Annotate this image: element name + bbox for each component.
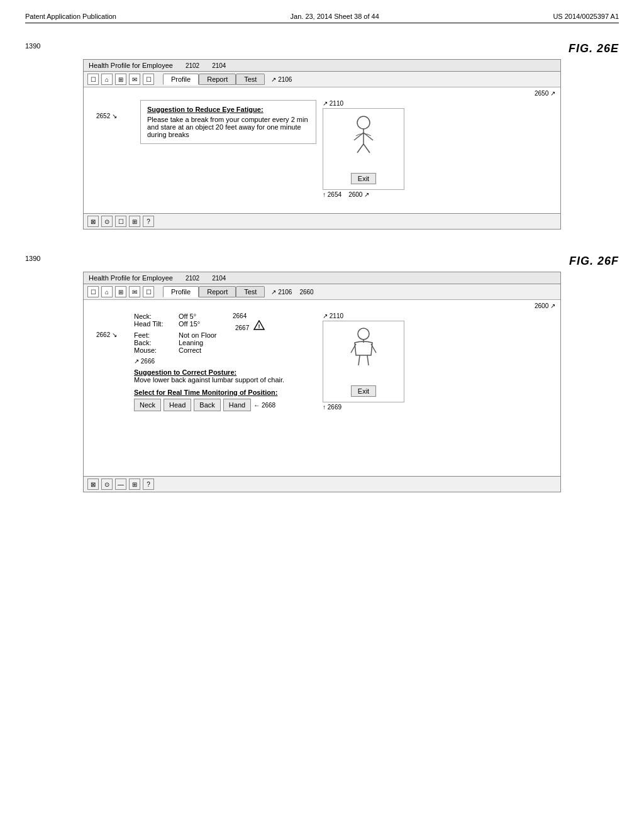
fig26e-suggestion-ref: 2652 ↘ [96,100,134,119]
fig26f-posture-panel: Neck: Off 5° 2664 Head Tilt: Off 15° 266… [134,313,310,411]
header-center: Jan. 23, 2014 Sheet 38 of 44 [291,13,379,20]
ref-2666-label: ↗ 2666 [134,358,310,365]
status-icon-1-26e[interactable]: ⊠ [87,216,99,227]
status-icon-5-26e[interactable]: ? [143,216,154,227]
correction-title: Suggestion to Correct Posture: [134,368,310,376]
tab-report-26e[interactable]: Report [199,74,236,85]
btn-hand[interactable]: Hand [223,399,251,411]
fig26f-title-bar: Health Profile for Employee 2102 2104 [84,272,560,284]
posture-row-neck: Neck: Off 5° 2664 [134,313,310,320]
fig26f-panel-ref: 2600 ↗ [535,302,555,309]
btn-neck[interactable]: Neck [134,399,161,411]
btn-head[interactable]: Head [164,399,191,411]
fig26e-title: FIG. 26E [569,42,619,55]
tab-test-26e[interactable]: Test [236,74,265,85]
fig26e-title-bar-text: Health Profile for Employee [89,62,173,69]
fig26f-monitoring-section: Select for Real Time Monitoring of Posit… [134,389,310,411]
status-icon-5-26f[interactable]: ? [143,479,154,490]
fig26f-main-area: 2662 ↘ Neck: Off 5° 2664 [90,306,554,418]
svg-point-0 [357,116,370,129]
fig26e-main-area: 2652 ↘ Suggestion to Reduce Eye Fatigue:… [90,94,554,204]
status-icon-4-26e[interactable]: ⊞ [129,216,140,227]
status-icon-2-26e[interactable]: ⊙ [101,216,113,227]
ref-2667-area: 2667 ! [235,320,265,331]
posture-row-headtilt: Head Tilt: Off 15° 2667 ! [134,320,310,331]
fig26f-tabs: Profile Report Test [163,286,265,297]
fig26e-suggestion-text: Please take a break from your computer e… [147,116,309,138]
fig26f-avatar-ref: ↗ 2110 [323,313,343,319]
status-icon-3-26e[interactable]: ☐ [115,216,126,227]
monitoring-buttons: Neck Head Back Hand ← 2668 [134,399,310,411]
fig26e-avatar-ref: ↗ 2110 [323,100,343,107]
fig26f-title: FIG. 26F [569,255,619,268]
toolbar-icon-save-f[interactable]: ⊞ [115,286,126,297]
figures-container: 1390 FIG. 26E Health Profile for Employe… [25,42,619,492]
fig26e-suggestion-box: Suggestion to Reduce Eye Fatigue: Please… [140,100,316,144]
fig26e-title-bar: Health Profile for Employee 2102 2104 [84,60,560,72]
fig26e-content: 2650 ↗ 2652 ↘ Suggestion to Reduce Eye F… [84,87,560,213]
posture-row-feet: Feet: Not on Floor [134,331,310,339]
tab-profile-26e[interactable]: Profile [163,74,199,85]
fig26e-window: Health Profile for Employee 2102 2104 ☐ … [83,59,561,230]
person-avatar-26e [345,114,382,158]
toolbar-icon-save[interactable]: ⊞ [115,74,126,85]
fig26f-section-ref: 2662 ↘ [96,313,128,338]
toolbar-icon-misc[interactable]: ☐ [143,74,154,85]
status-icon-1-26f[interactable]: ⊠ [87,479,99,490]
posture-data-area: Neck: Off 5° 2664 Head Tilt: Off 15° 266… [134,313,310,365]
fig26f-window-ref: 1390 [25,255,40,262]
fig26e-exit-button[interactable]: Exit [351,173,376,184]
fig26f-avatar-panel: Exit [323,321,404,402]
svg-line-4 [357,144,364,153]
status-icon-3-26f[interactable]: — [115,479,126,490]
fig26f-tab3-ref: ↗ 2106 [271,289,292,296]
fig26f-tab1-ref: 2102 [186,275,199,282]
btn-back[interactable]: Back [194,399,220,411]
header-right: US 2014/0025397 A1 [553,13,619,20]
fig26e-tabs: Profile Report Test [163,74,265,85]
toolbar-icon-mail-f[interactable]: ✉ [129,286,140,297]
fig26f-correction-suggestion: Suggestion to Correct Posture: Move lowe… [134,368,310,384]
toolbar-icon-new-f[interactable]: ☐ [87,286,99,297]
fig26e-toolbar: ☐ ⌂ ⊞ ✉ ☐ Profile Report Test ↗ 2106 [84,72,560,87]
svg-point-8 [358,328,369,340]
fig26f-title-bar-text: Health Profile for Employee [89,274,173,282]
fig26e-avatar-panel: Exit [323,108,404,190]
fig26e-tab3-ref: ↗ 2106 [271,76,292,83]
toolbar-icon-mail[interactable]: ✉ [129,74,140,85]
fig26f-exit-button[interactable]: Exit [351,385,376,397]
status-icon-4-26f[interactable]: ⊞ [129,479,140,490]
posture-table: Neck: Off 5° 2664 Head Tilt: Off 15° 266… [134,313,310,354]
fig26e-suggestion-title: Suggestion to Reduce Eye Fatigue: [147,106,309,113]
fig26f-window: Health Profile for Employee 2102 2104 ☐ … [83,272,561,492]
toolbar-icon-open[interactable]: ⌂ [101,74,113,85]
fig26f-content: 2600 ↗ 2662 ↘ Neck: Off 5° [84,300,560,476]
fig26f-statusbar: ⊠ ⊙ — ⊞ ? [84,476,560,492]
fig26e-statusbar: ⊠ ⊙ ☐ ⊞ ? [84,213,560,229]
header-left: Patent Application Publication [25,13,116,20]
toolbar-icon-new[interactable]: ☐ [87,74,99,85]
warning-triangle-icon: ! [253,320,265,331]
svg-line-5 [364,144,370,153]
posture-row-mouse: Mouse: Correct [134,346,310,354]
toolbar-icon-misc-f[interactable]: ☐ [143,286,154,297]
status-icon-2-26f[interactable]: ⊙ [101,479,113,490]
tab-test-26f[interactable]: Test [236,286,265,297]
svg-line-12 [358,355,360,365]
toolbar-icon-open-f[interactable]: ⌂ [101,286,113,297]
fig26e-content-ref: 2650 ↗ [535,90,555,97]
tab-report-26f[interactable]: Report [199,286,236,297]
correction-text: Move lower back against lumbar support o… [134,376,310,384]
fig26e-tab1-ref: 2102 [186,62,199,69]
fig26e-label-row: 1390 FIG. 26E [25,42,619,55]
ref-2668: ← 2668 [253,402,275,409]
fig26f-tab2-ref: 2104 [212,275,226,282]
figure-26f: 1390 FIG. 26F Health Profile for Employe… [25,255,619,492]
page-header: Patent Application Publication Jan. 23, … [25,13,619,23]
fig26f-content-ref-inline: 2660 [299,289,313,296]
fig26e-window-ref: 1390 [25,42,40,50]
fig26f-toolbar: ☐ ⌂ ⊞ ✉ ☐ Profile Report Test ↗ 2106 266… [84,284,560,300]
ref-2664: 2664 [233,313,247,320]
fig26f-exit-ref: ↑ 2669 [323,404,341,411]
tab-profile-26f[interactable]: Profile [163,286,199,297]
